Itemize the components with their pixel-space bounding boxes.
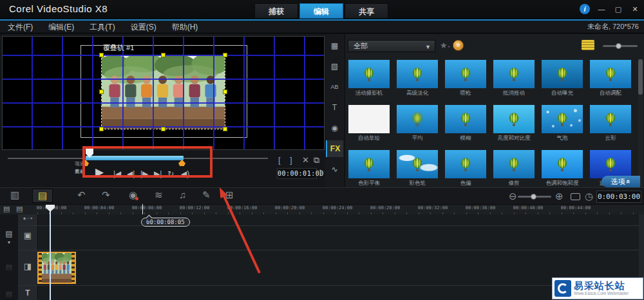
filter-item[interactable]: 模糊 xyxy=(442,105,489,142)
filter-thumbnail xyxy=(493,150,535,178)
resize-handle[interactable] xyxy=(99,127,104,131)
filter-item[interactable]: 色调和饱和度 xyxy=(538,150,586,187)
track-motion-category-icon[interactable]: ∿ xyxy=(326,161,343,178)
filter-item[interactable]: 自动调配 xyxy=(587,60,634,97)
enlarge-button[interactable]: ⧉ xyxy=(314,155,319,165)
overlay-clip[interactable] xyxy=(37,252,76,284)
track-separator xyxy=(18,285,644,286)
subtitle-editor-icon[interactable]: ⊞ xyxy=(225,189,234,201)
menu-工具(T)[interactable]: 工具(T) xyxy=(82,21,122,34)
watermark: 易采站长站 Www.Easck.Com Webmaster xyxy=(552,277,643,299)
filter-thumbnail xyxy=(590,105,631,133)
filter-label: 自动曝光 xyxy=(538,89,586,97)
track-gutter xyxy=(0,214,19,300)
thumb-size-knob[interactable] xyxy=(616,43,621,49)
transition-category-icon[interactable]: AB xyxy=(326,79,343,95)
split-clip-button[interactable]: ✕ xyxy=(302,155,309,165)
painting-creator-icon[interactable]: ✎ xyxy=(202,189,211,201)
mark-in-button[interactable]: [ xyxy=(278,155,281,165)
watermark-logo-icon xyxy=(554,280,571,297)
resize-handle[interactable] xyxy=(99,89,104,94)
insert-track-button[interactable]: ▤ xyxy=(3,205,10,213)
options-button[interactable]: 选项 « xyxy=(601,176,640,187)
filter-item[interactable]: 高级淡化 xyxy=(393,60,441,97)
info-button[interactable]: i xyxy=(580,4,590,14)
track-mini-controls[interactable]: ◆ ╌ ▾ xyxy=(18,216,37,220)
close-button[interactable]: ✕ xyxy=(630,4,640,14)
featured-badge-icon[interactable]: ❋ xyxy=(453,40,464,51)
mode-tabs: 捕获编辑共享 xyxy=(254,3,388,19)
timeline-view-icon[interactable]: ▤ xyxy=(32,189,53,203)
track-manager-icon[interactable]: ▤ xyxy=(0,229,18,238)
zoom-in-icon[interactable]: ⊕ xyxy=(555,191,564,202)
filter-thumbnail xyxy=(590,60,631,88)
filter-label: 气泡 xyxy=(538,135,586,142)
filter-item[interactable]: 抵消摇动 xyxy=(490,60,538,97)
resize-handle[interactable] xyxy=(99,53,104,57)
overlay-track-icon[interactable]: ◨ xyxy=(18,261,37,271)
overlay-clip-preview[interactable] xyxy=(101,55,225,129)
filter-item[interactable]: 色偏 xyxy=(442,150,489,187)
tab-编辑[interactable]: 编辑 xyxy=(299,3,343,19)
timeline-zoom-knob[interactable] xyxy=(531,194,536,200)
timecode-tooltip: 00:00:08:05 xyxy=(141,218,190,227)
timecode-spinner[interactable]: ▲▼ xyxy=(317,167,323,178)
filter-item[interactable]: 气泡 xyxy=(538,105,586,142)
record-capture-options-icon[interactable]: ◉ xyxy=(129,189,137,201)
instant-project-category-icon[interactable]: ▧ xyxy=(326,58,343,75)
ruler-label: 00:00:44:00 xyxy=(561,205,591,211)
video-track-icon[interactable]: ▣ xyxy=(18,230,37,240)
filter-item[interactable]: 活动摄影机 xyxy=(345,60,393,97)
duration-clock-icon[interactable]: ◷ xyxy=(585,191,593,202)
filter-item[interactable]: 喷枪 xyxy=(442,60,489,97)
filter-label: 活动摄影机 xyxy=(345,89,393,97)
tab-捕获[interactable]: 捕获 xyxy=(254,3,298,19)
media-category-icon[interactable]: ▦ xyxy=(326,37,343,54)
ruler-label: 00:00:16:00 xyxy=(227,205,257,211)
filter-item[interactable]: 修剪 xyxy=(490,150,538,187)
filter-item[interactable]: 亮度和对比度 xyxy=(490,105,538,142)
menu-设置(S)[interactable]: 设置(S) xyxy=(123,21,164,34)
thumbnail-view-icon[interactable] xyxy=(582,40,594,50)
insert-track-button[interactable]: ▤ xyxy=(16,205,23,213)
watermark-title: 易采站长站 xyxy=(574,281,629,290)
undo-icon[interactable]: ↶ xyxy=(77,189,86,201)
resize-handle[interactable] xyxy=(223,89,227,94)
redo-icon[interactable]: ↷ xyxy=(102,189,110,201)
resize-handle[interactable] xyxy=(223,53,227,57)
zoom-out-icon[interactable]: ⊖ xyxy=(509,191,517,202)
storyboard-view-icon[interactable]: ▥ xyxy=(10,189,19,201)
fit-project-icon[interactable] xyxy=(571,193,580,200)
restore-button[interactable]: ▢ xyxy=(613,4,623,14)
preview-timecode[interactable]: 00:00:01:00 xyxy=(277,168,317,179)
gutter-chevron-icon[interactable]: ▼ xyxy=(0,240,18,245)
record-dot xyxy=(135,197,138,200)
filter-item[interactable]: 云彩 xyxy=(587,105,634,142)
filter-thumbnail xyxy=(445,150,486,178)
auto-music-icon[interactable]: ♫ xyxy=(179,189,186,200)
resize-handle[interactable] xyxy=(161,127,166,131)
title-category-icon[interactable]: T xyxy=(326,99,343,116)
resize-handle[interactable] xyxy=(161,53,166,57)
filter-item[interactable]: 平均 xyxy=(393,105,441,142)
minimize-button[interactable]: — xyxy=(596,4,607,14)
title-track-icon[interactable]: T xyxy=(18,288,37,297)
tab-共享[interactable]: 共享 xyxy=(345,3,388,19)
sound-mixer-icon[interactable]: ≋ xyxy=(155,189,163,201)
filter-item[interactable]: 色彩平衡 xyxy=(345,150,393,187)
graphic-category-icon[interactable]: ◉ xyxy=(326,120,343,136)
filter-label: 色彩平衡 xyxy=(345,180,393,187)
menu-帮助(H)[interactable]: 帮助(H) xyxy=(164,21,206,34)
filter-item[interactable]: 自动草绘 xyxy=(345,105,393,142)
filter-item[interactable]: 彩色笔 xyxy=(393,150,441,187)
filter-category-icon[interactable]: FX xyxy=(326,140,343,157)
library-scroll-thumb[interactable] xyxy=(638,59,643,95)
project-duration-timecode[interactable]: 0:00:03:00 xyxy=(596,191,641,203)
mark-out-button[interactable]: ] xyxy=(290,155,292,165)
gallery-filter-dropdown[interactable]: 全部 ▼ xyxy=(348,40,435,52)
star-plus-icon[interactable]: ★+ xyxy=(440,41,450,50)
resize-handle[interactable] xyxy=(223,127,227,131)
menu-编辑(E)[interactable]: 编辑(E) xyxy=(41,21,82,34)
filter-item[interactable]: 自动曝光 xyxy=(538,60,586,97)
seek-position-tick xyxy=(142,204,143,214)
